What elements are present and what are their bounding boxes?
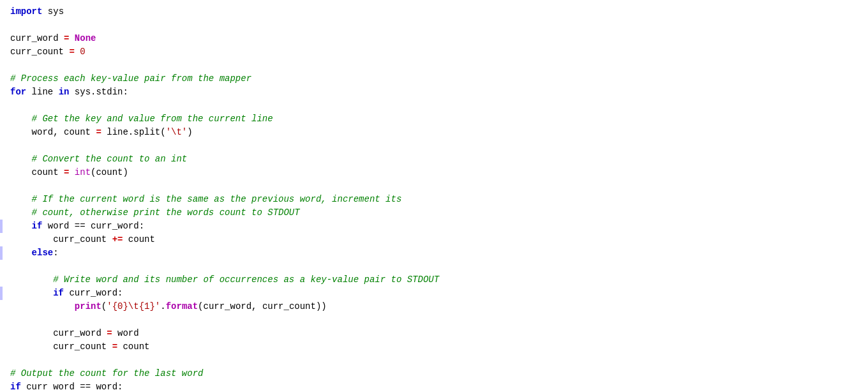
plain-text: curr_word xyxy=(10,33,64,43)
line-content-23: print('{0}\t{1}'.format(curr_word, curr_… xyxy=(5,300,868,313)
plain-text: (curr_word, curr_count)) xyxy=(198,301,327,311)
line-20 xyxy=(0,260,868,273)
comment-write: # Write word and its number of occurrenc… xyxy=(10,274,439,285)
plain-text: . xyxy=(160,301,165,311)
gutter-16 xyxy=(0,206,5,220)
gutter-marker-19 xyxy=(0,246,3,260)
line-content-18: curr_count += count xyxy=(5,233,868,246)
gutter-20 xyxy=(0,260,5,273)
comment-output: # Output the count for the last word xyxy=(10,368,203,379)
line-22: if curr_word: xyxy=(0,287,868,300)
line-3: curr_word = None xyxy=(0,32,868,45)
assign-op: = xyxy=(112,341,117,352)
gutter-marker-17 xyxy=(0,220,3,233)
line-content-17: if word == curr_word: xyxy=(5,220,868,233)
line-content-3: curr_word = None xyxy=(5,32,868,45)
gutter-1 xyxy=(0,5,5,19)
gutter-18 xyxy=(0,233,5,246)
gutter-25 xyxy=(0,327,5,340)
string-tab: '\t' xyxy=(166,127,188,137)
line-10: word, count = line.split('\t') xyxy=(0,126,868,139)
gutter-7 xyxy=(0,86,5,99)
plain-text: curr_count xyxy=(10,234,112,244)
line-content-7: for line in sys.stdin: xyxy=(5,86,868,99)
builtin-format: format xyxy=(166,301,198,311)
comment-process: # Process each key-value pair from the m… xyxy=(10,73,251,84)
code-editor: import sys curr_word = None curr_count =… xyxy=(0,0,868,390)
gutter-24 xyxy=(0,313,5,327)
line-24 xyxy=(0,313,868,327)
gutter-3 xyxy=(0,32,5,45)
gutter-21 xyxy=(0,273,5,287)
plain-text: curr_count xyxy=(10,341,112,352)
keyword-else: else xyxy=(32,248,54,258)
line-content-16: # count, otherwise print the words count… xyxy=(5,206,868,220)
keyword-for: for xyxy=(10,87,26,97)
assign-plus-op: += xyxy=(112,234,123,244)
plain-text: sys xyxy=(42,6,64,17)
plain-text: : xyxy=(53,248,58,258)
line-content-24 xyxy=(5,313,868,327)
assign-op: = xyxy=(69,47,74,57)
gutter-5 xyxy=(0,59,5,72)
plain-text: curr_word == word: xyxy=(21,382,123,390)
gutter-11 xyxy=(0,139,5,153)
line-content-13: count = int(count) xyxy=(5,166,868,179)
line-content-6: # Process each key-value pair from the m… xyxy=(5,72,868,86)
line-5 xyxy=(0,59,868,72)
gutter-10 xyxy=(0,126,5,139)
line-content-12: # Convert the count to an int xyxy=(5,153,868,166)
line-4: curr_count = 0 xyxy=(0,45,868,59)
line-11 xyxy=(0,139,868,153)
line-12: # Convert the count to an int xyxy=(0,153,868,166)
plain-text: curr_count xyxy=(10,47,69,57)
plain-text: word, count xyxy=(10,127,96,137)
line-25: curr_word = word xyxy=(0,327,868,340)
gutter-29 xyxy=(0,380,5,390)
line-26: curr_count = count xyxy=(0,340,868,354)
plain-text xyxy=(10,288,53,298)
line-29: if curr_word == word: xyxy=(0,380,868,390)
line-2 xyxy=(0,19,868,32)
gutter-6 xyxy=(0,72,5,86)
line-13: count = int(count) xyxy=(0,166,868,179)
line-18: curr_count += count xyxy=(0,233,868,246)
plain-text xyxy=(69,33,74,43)
line-1: import sys xyxy=(0,5,868,19)
line-content-25: curr_word = word xyxy=(5,327,868,340)
line-content-10: word, count = line.split('\t') xyxy=(5,126,868,139)
line-content-28: # Output the count for the last word xyxy=(5,367,868,380)
number-zero: 0 xyxy=(80,47,85,57)
gutter-27 xyxy=(0,354,5,367)
keyword-if-inner: if xyxy=(53,288,64,298)
line-content-20 xyxy=(5,260,868,273)
line-content-9: # Get the key and value from the current… xyxy=(5,112,868,126)
plain-text xyxy=(10,301,75,311)
gutter-4 xyxy=(0,45,5,59)
gutter-28 xyxy=(0,367,5,380)
comment-if-same: # If the current word is the same as the… xyxy=(10,194,401,204)
string-format: '{0}\t{1}' xyxy=(107,301,160,311)
line-9: # Get the key and value from the current… xyxy=(0,112,868,126)
plain-text xyxy=(75,47,80,57)
line-content-21: # Write word and its number of occurrenc… xyxy=(5,273,868,287)
line-17: if word == curr_word: xyxy=(0,220,868,233)
plain-text: line.split( xyxy=(101,127,166,137)
plain-text: count xyxy=(117,341,149,352)
gutter-8 xyxy=(0,99,5,112)
keyword-none: None xyxy=(75,33,96,43)
line-27 xyxy=(0,354,868,367)
line-content-22: if curr_word: xyxy=(5,287,868,300)
line-content-5 xyxy=(5,59,868,72)
keyword-in: in xyxy=(59,87,70,97)
line-content-11 xyxy=(5,139,868,153)
line-content-19: else: xyxy=(5,246,868,260)
plain-text xyxy=(10,248,32,258)
line-content-1: import sys xyxy=(5,5,868,19)
line-content-15: # If the current word is the same as the… xyxy=(5,193,868,206)
gutter-9 xyxy=(0,112,5,126)
gutter-22 xyxy=(0,287,5,300)
comment-get: # Get the key and value from the current… xyxy=(10,114,273,124)
keyword-if: if xyxy=(32,221,43,231)
line-23: print('{0}\t{1}'.format(curr_word, curr_… xyxy=(0,300,868,313)
